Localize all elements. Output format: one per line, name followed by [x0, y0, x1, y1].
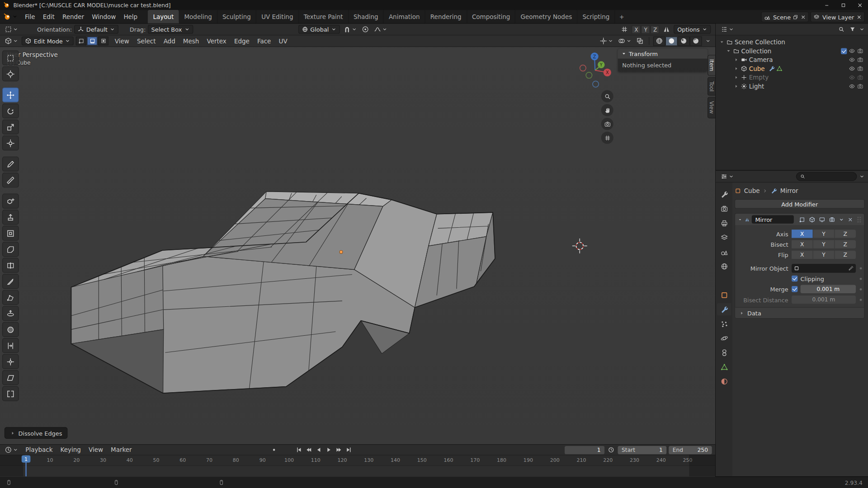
mirror-object-field[interactable]	[792, 263, 856, 272]
shading-options-button[interactable]	[704, 37, 712, 46]
timeline-editor-type-button[interactable]	[3, 446, 19, 455]
annotate-tool[interactable]	[2, 157, 19, 172]
gizmo-minus-z-ball[interactable]	[593, 81, 599, 87]
remove-view-layer-icon[interactable]	[856, 14, 862, 19]
frame-start-field[interactable]: Start 1	[618, 446, 667, 454]
select-box-tool[interactable]	[2, 50, 19, 65]
properties-tab-modifiers[interactable]	[717, 303, 731, 315]
modifier-delete-button[interactable]	[847, 216, 854, 222]
bisect-toggle-x[interactable]: X	[792, 240, 813, 248]
timeline-ruler[interactable]: 1020304050607080901001101201301401501601…	[0, 455, 715, 466]
orientation-dropdown[interactable]: Default	[74, 25, 118, 34]
properties-tab-constraints[interactable]	[717, 347, 731, 359]
transform-orientation-dropdown[interactable]: Global	[298, 25, 340, 34]
jump-to-start-button[interactable]	[294, 446, 304, 454]
workspace-tab-sculpting[interactable]: Sculpting	[217, 10, 256, 23]
viewport-menu-mesh[interactable]: Mesh	[179, 38, 203, 45]
bisect-toggle-z[interactable]: Z	[835, 240, 856, 248]
viewport-menu-face[interactable]: Face	[253, 38, 275, 45]
properties-search-input[interactable]	[796, 172, 857, 181]
modifier-on-cage-toggle[interactable]	[798, 216, 806, 223]
timeline-menu-keying[interactable]: Keying	[57, 446, 85, 454]
timeline-menu-marker[interactable]: Marker	[107, 446, 136, 454]
edge-slide-tool[interactable]	[2, 338, 19, 353]
transform-tool[interactable]	[2, 136, 19, 150]
disable-render-icon[interactable]	[857, 56, 864, 63]
properties-tab-scene[interactable]	[717, 246, 731, 258]
loop-cut-tool[interactable]	[2, 258, 19, 273]
bisect-toggle-y[interactable]: Y	[813, 240, 835, 248]
viewport-menu-vertex[interactable]: Vertex	[203, 38, 230, 45]
editor-type-button[interactable]	[3, 37, 19, 46]
hide-viewport-icon[interactable]	[849, 83, 855, 90]
options-dropdown[interactable]: Options	[674, 25, 711, 34]
mirror-axis-toggle-x[interactable]: X	[632, 25, 641, 33]
shrink-fatten-tool[interactable]	[2, 354, 19, 369]
extrude-region-tool[interactable]	[2, 210, 19, 225]
viewport-3d[interactable]: User Perspective (1) Cube	[0, 47, 715, 444]
workspace-tab-scripting[interactable]: Scripting	[577, 10, 615, 23]
previous-keyframe-button[interactable]	[304, 446, 314, 454]
timeline-tracks[interactable]	[0, 466, 715, 477]
jump-to-end-button[interactable]	[344, 446, 354, 454]
caret-right-icon[interactable]	[733, 57, 739, 62]
mirror-icon-button[interactable]	[662, 25, 672, 34]
add-modifier-button[interactable]: Add Modifier	[735, 199, 865, 209]
workspace-tab-layout[interactable]: Layout	[148, 10, 179, 23]
workspace-tab-shading[interactable]: Shading	[349, 10, 384, 23]
rotate-tool[interactable]	[2, 103, 19, 118]
menu-file[interactable]: File	[21, 10, 39, 23]
camera-view-button[interactable]	[601, 118, 613, 130]
transform-panel-header[interactable]: Transform	[618, 49, 708, 59]
pan-button[interactable]	[601, 104, 613, 116]
hide-viewport-icon[interactable]	[849, 74, 855, 81]
flip-toggle-y[interactable]: Y	[813, 251, 835, 259]
flip-toggle-z[interactable]: Z	[835, 251, 856, 259]
operator-panel[interactable]: Dissolve Edges	[5, 427, 68, 439]
material-preview-button[interactable]	[678, 36, 690, 46]
caret-right-icon[interactable]	[733, 66, 739, 71]
caret-right-icon[interactable]	[733, 84, 739, 89]
menu-help[interactable]: Help	[120, 10, 142, 23]
outliner-collection-row[interactable]: Collection	[717, 47, 867, 56]
proportional-falloff-button[interactable]	[373, 25, 389, 34]
auto-keying-button[interactable]	[269, 446, 279, 454]
rip-region-tool[interactable]	[2, 386, 19, 401]
menu-window[interactable]: Window	[88, 10, 120, 23]
current-frame-field[interactable]: 1	[565, 446, 604, 454]
active-tool-button[interactable]	[3, 25, 19, 34]
drag-handle-icon[interactable]	[857, 216, 862, 223]
add-workspace-button[interactable]: +	[615, 10, 628, 23]
gizmo-minus-x-ball[interactable]	[580, 65, 586, 71]
modifier-render-toggle[interactable]	[828, 216, 836, 223]
properties-tab-object[interactable]	[717, 289, 731, 301]
properties-tab-physics[interactable]	[717, 332, 731, 344]
flip-toggle-x[interactable]: X	[792, 251, 813, 259]
properties-tab-render[interactable]	[717, 202, 731, 215]
inset-faces-tool[interactable]	[2, 226, 19, 241]
properties-tab-particles[interactable]	[717, 318, 731, 330]
close-button[interactable]	[851, 0, 868, 10]
viewport-menu-uv[interactable]: UV	[275, 38, 291, 45]
sidebar-tab-item[interactable]: Item	[708, 55, 715, 75]
modifier-name-field[interactable]: Mirror	[752, 215, 794, 223]
proportional-editing-button[interactable]	[360, 25, 370, 34]
workspace-tab-modeling[interactable]: Modeling	[179, 10, 217, 23]
bisect-distance-slider[interactable]: 0.001 m	[792, 296, 856, 304]
Empty[interactable]: Empty	[717, 73, 867, 82]
workspace-tab-rendering[interactable]: Rendering	[425, 10, 467, 23]
menu-edit[interactable]: Edit	[39, 10, 58, 23]
properties-tab-tool[interactable]	[717, 188, 731, 200]
caret-down-icon[interactable]	[726, 48, 731, 54]
frame-end-field[interactable]: End 250	[669, 446, 712, 454]
view-layer-selector[interactable]: View Layer	[811, 12, 864, 22]
edge-select-mode-button[interactable]	[87, 37, 98, 46]
add-cube-tool[interactable]	[2, 194, 19, 209]
outliner-search-button[interactable]	[837, 25, 846, 34]
mode-dropdown[interactable]: Edit Mode	[22, 37, 74, 46]
xray-toggle-button[interactable]	[635, 37, 645, 46]
outliner-editor-type-button[interactable]	[719, 25, 736, 34]
outliner-filter-button[interactable]	[848, 25, 857, 34]
modifier-extras-button[interactable]	[838, 216, 845, 222]
play-reverse-button[interactable]	[314, 446, 324, 454]
